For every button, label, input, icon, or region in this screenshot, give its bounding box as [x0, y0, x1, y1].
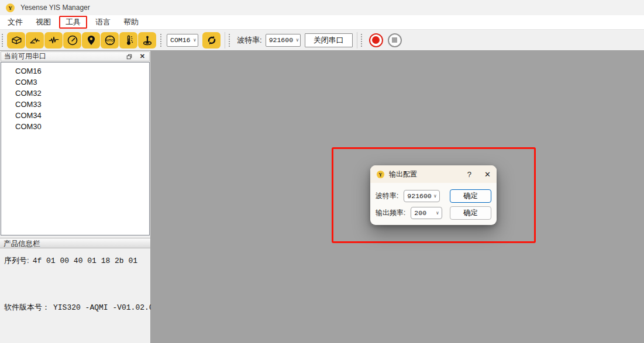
port-list-item[interactable]: COM33 — [1, 99, 149, 110]
port-select-value: COM16 — [170, 36, 191, 44]
refresh-ports-button[interactable] — [202, 32, 221, 48]
dialog-close-button[interactable]: ✕ — [484, 170, 491, 179]
port-list-item[interactable]: COM30 — [1, 121, 149, 132]
angle-wave-icon — [29, 34, 42, 47]
close-serial-port-button[interactable]: 关闭串口 — [305, 33, 353, 47]
dialog-freq-row: 输出频率: 200 ∨ 确定 — [376, 206, 491, 220]
toolbar-separator — [357, 32, 357, 48]
dialog-freq-select[interactable]: 200 ∨ — [411, 207, 442, 219]
cube-3d-button[interactable] — [7, 32, 25, 48]
menu-language[interactable]: 语言 — [89, 16, 117, 29]
angle-wave-button[interactable] — [26, 32, 44, 48]
utc-clock-button[interactable]: UTC — [101, 32, 119, 48]
svg-text:Y: Y — [8, 5, 12, 11]
gauge-button[interactable] — [63, 32, 81, 48]
toolbar-drag-handle[interactable] — [361, 34, 363, 47]
dock-title: 当前可用串口 — [4, 51, 46, 61]
dialog-baud-select[interactable]: 921600 ∨ — [404, 190, 440, 202]
dialog-baud-ok-button[interactable]: 确定 — [450, 189, 491, 203]
menubar: 文件 视图 工具 语言 帮助 — [0, 15, 644, 29]
dialog-baud-row: 波特率: 921600 ∨ 确定 — [376, 189, 491, 203]
chevron-down-icon: ∨ — [194, 37, 197, 43]
software-version-label: 软件版本号： — [4, 302, 50, 313]
dialog-logo-icon: Y — [376, 170, 385, 179]
main-area: 当前可用串口 ✕ COM16 COM3 COM32 COM33 COM34 CO… — [0, 51, 644, 343]
port-list-item[interactable]: COM3 — [1, 77, 149, 88]
serial-number-row: 序列号: 4f 01 00 40 01 18 2b 01 — [4, 255, 146, 266]
port-select[interactable]: COM16 ∨ — [167, 34, 198, 47]
app-logo-icon: Y — [5, 3, 15, 13]
dialog-titlebar: Y 输出配置 ? ✕ — [370, 165, 497, 183]
serial-number-value: 4f 01 00 40 01 18 2b 01 — [33, 257, 137, 265]
svg-text:UTC: UTC — [106, 39, 113, 42]
stop-button[interactable] — [388, 33, 402, 47]
software-version-value: YIS320 -AQMI -V01.02.03; — [53, 303, 163, 312]
menu-tools[interactable]: 工具 — [59, 16, 87, 29]
titlebar: Y Yesense YIS Manager — [0, 0, 644, 15]
serial-ports-dock: 当前可用串口 ✕ COM16 COM3 COM32 COM33 COM34 CO… — [0, 51, 151, 343]
joystick-icon — [141, 34, 154, 47]
output-config-dialog: Y 输出配置 ? ✕ 波特率: 921600 ∨ 确定 输出频率: — [370, 165, 497, 225]
waveform-button[interactable] — [44, 32, 63, 48]
baud-rate-value: 921600 — [269, 36, 293, 44]
baud-rate-select[interactable]: 921600 ∨ — [266, 34, 301, 47]
thermometer-icon — [122, 34, 135, 47]
baud-rate-label: 波特率: — [237, 35, 262, 46]
product-info-header: 产品信息栏 — [0, 238, 150, 248]
dialog-baud-label: 波特率: — [376, 191, 398, 201]
port-list-item[interactable]: COM32 — [1, 88, 149, 99]
chevron-down-icon: ∨ — [434, 193, 437, 199]
port-list-item[interactable]: COM34 — [1, 110, 149, 121]
svg-text:Y: Y — [379, 172, 383, 177]
available-ports-list: COM16 COM3 COM32 COM33 COM34 COM30 — [1, 62, 150, 235]
dialog-help-button[interactable]: ? — [464, 170, 475, 179]
port-list-item[interactable]: COM16 — [1, 65, 149, 77]
gauge-icon — [66, 34, 79, 47]
dock-header: 当前可用串口 ✕ — [1, 51, 150, 61]
toolbar-separator — [225, 32, 225, 48]
dialog-freq-value: 200 — [414, 209, 426, 217]
menu-file[interactable]: 文件 — [1, 16, 29, 29]
dialog-baud-value: 921600 — [407, 192, 431, 200]
utc-clock-icon: UTC — [104, 34, 116, 47]
toolbar: UTC COM16 ∨ 波特率: 921600 ∨ 关闭串口 — [0, 29, 644, 51]
thermometer-button[interactable] — [119, 32, 137, 48]
dock-float-button[interactable] — [125, 53, 133, 60]
window-title: Yesense YIS Manager — [20, 4, 90, 12]
toolbar-drag-handle[interactable] — [2, 34, 4, 47]
dialog-freq-label: 输出频率: — [376, 208, 405, 218]
serial-number-label: 序列号: — [4, 255, 29, 266]
location-button[interactable] — [82, 32, 100, 48]
app-window: Y Yesense YIS Manager 文件 视图 工具 语言 帮助 UTC — [0, 0, 644, 343]
toolbar-drag-handle[interactable] — [160, 34, 163, 47]
waveform-icon — [47, 34, 60, 47]
joystick-button[interactable] — [138, 32, 156, 48]
workspace-canvas: Y 输出配置 ? ✕ 波特率: 921600 ∨ 确定 输出频率: — [151, 51, 644, 343]
toolbar-drag-handle[interactable] — [229, 34, 231, 47]
float-window-icon — [126, 53, 133, 60]
location-pin-icon — [85, 34, 98, 47]
record-icon — [372, 36, 380, 44]
cube-icon — [10, 34, 23, 47]
dialog-freq-ok-button[interactable]: 确定 — [450, 206, 491, 220]
chevron-down-icon: ∨ — [436, 210, 439, 216]
record-button[interactable] — [369, 33, 383, 47]
product-info-area: 序列号: 4f 01 00 40 01 18 2b 01 软件版本号： YIS3… — [0, 248, 150, 343]
menu-view[interactable]: 视图 — [29, 16, 57, 29]
dialog-title: 输出配置 — [389, 169, 417, 179]
chevron-down-icon: ∨ — [296, 37, 299, 43]
refresh-icon — [205, 34, 218, 47]
stop-icon — [392, 37, 397, 43]
menu-help[interactable]: 帮助 — [117, 16, 145, 29]
software-version-row: 软件版本号： YIS320 -AQMI -V01.02.03; — [4, 302, 146, 313]
dock-close-button[interactable]: ✕ — [140, 53, 145, 60]
